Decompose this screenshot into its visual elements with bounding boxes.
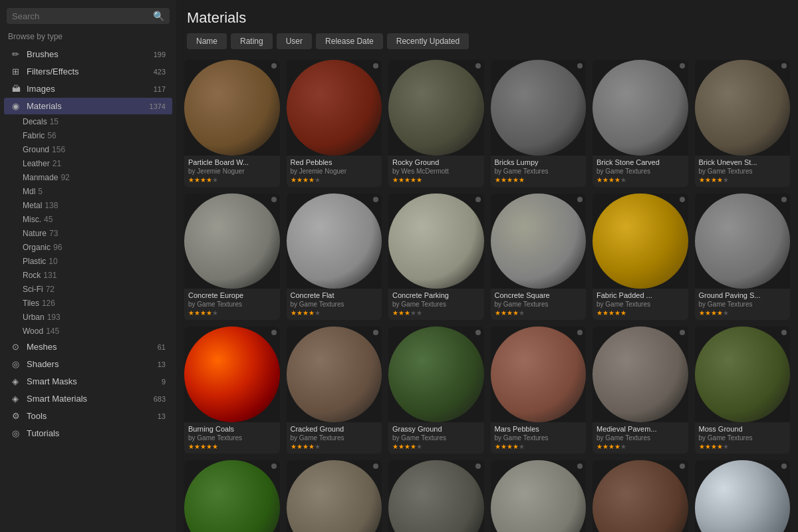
sort-btn-release-date[interactable]: Release Date [316,33,383,49]
card-sphere-wrap [388,327,484,422]
sidebar-item-tutorials[interactable]: ◎ Tutorials [4,425,172,442]
material-card[interactable]: Ground Paving S... by Game Textures ★★★★… [695,194,791,321]
material-card[interactable]: Mars Pebbles by Game Textures ★★★★★ [491,327,587,454]
material-card[interactable]: Concrete Europe by Game Textures ★★★★★ [184,194,280,321]
card-stars: ★★★★★ [188,176,276,184]
star-full: ★ [297,443,303,450]
star-full: ★ [705,443,711,450]
material-card[interactable]: Red Pebbles by Jeremie Noguer ★★★★★ [287,60,382,187]
sort-btn-recently-updated[interactable]: Recently Updated [387,33,469,49]
sub-item-sci-fi[interactable]: Sci-Fi72 [4,283,172,296]
card-sphere-wrap [491,460,587,533]
card-sphere [287,460,382,533]
sidebar-icon-smart-materials: ◈ [12,394,23,404]
card-stars: ★★★★★ [597,443,684,450]
sub-item-plastic[interactable]: Plastic10 [4,255,172,268]
sub-item-rock[interactable]: Rock131 [4,269,172,282]
sub-item-mdl[interactable]: Mdl5 [4,185,172,198]
star-full: ★ [513,176,519,184]
material-card[interactable]: Concrete Parking by Game Textures ★★★★★ [388,194,484,321]
sub-item-metal[interactable]: Metal138 [4,199,172,212]
sub-item-urban[interactable]: Urban193 [4,311,172,324]
material-card[interactable]: Fabric Padded ... by Game Textures ★★★★★ [593,194,688,321]
star-empty: ★ [315,309,321,317]
star-empty: ★ [723,309,729,317]
card-sphere-wrap [184,194,280,289]
sub-item-label: Sci-Fi [23,285,43,294]
card-sphere-wrap [184,460,280,533]
material-card[interactable]: Concrete Square by Game Textures ★★★★★ [491,194,587,321]
sidebar-item-images[interactable]: 🏔 Images 117 [4,80,172,97]
card-name: Mars Pebbles [495,425,583,433]
material-card[interactable]: Burning Coals by Game Textures ★★★★★ [184,327,280,454]
sidebar-item-shaders[interactable]: ◎ Shaders 13 [4,356,172,372]
browse-label: Browse by type [0,31,176,45]
sub-item-label: Tiles [23,299,39,308]
star-empty: ★ [723,176,729,184]
star-full: ★ [507,309,513,317]
material-card[interactable]: Seattle Beach by Game Textures ★★★★★ [491,460,587,533]
card-sphere [491,327,587,422]
sub-item-count: 156 [52,145,65,154]
sub-item-wood[interactable]: Wood145 [4,325,172,338]
material-card[interactable]: Grassy Ground by Game Textures ★★★★★ [388,327,484,454]
card-sphere [593,60,688,156]
card-stars: ★★★★★ [597,176,684,184]
sidebar-label-tutorials: Tutorials [27,428,163,438]
material-card[interactable]: Brick Uneven St... by Game Textures ★★★★… [695,60,791,187]
sub-item-organic[interactable]: Organic96 [4,241,172,254]
sort-btn-rating[interactable]: Rating [231,33,273,49]
material-card[interactable]: Particle Board W... by Jeremie Noguer ★★… [184,60,280,187]
star-full: ★ [194,443,200,450]
sub-item-nature[interactable]: Nature73 [4,227,172,240]
star-full: ★ [392,309,398,317]
sidebar-item-smart-materials[interactable]: ◈ Smart Materials 683 [4,390,172,407]
material-card[interactable]: Concrete Flat by Game Textures ★★★★★ [287,194,382,321]
sub-item-ground[interactable]: Ground156 [4,143,172,156]
sidebar-item-tools[interactable]: ⚙ Tools 13 [4,408,172,424]
card-sphere [388,60,484,156]
sidebar-item-smart-masks[interactable]: ◈ Smart Masks 9 [4,373,172,390]
card-author: by Game Textures [597,301,684,308]
material-card[interactable]: Bright Moss by Game Textures ★★★★★ [184,460,280,533]
material-card[interactable]: Aircraft Rusty M... by Game Textures ★★★… [593,460,688,533]
sub-item-tiles[interactable]: Tiles126 [4,297,172,310]
card-info: Concrete Europe by Game Textures ★★★★★ [184,289,280,320]
sidebar-item-brushes[interactable]: ✏ Brushes 199 [4,46,172,63]
material-card[interactable]: Rock Face by Game Textures ★★★★★ [388,460,484,533]
card-sphere [491,460,587,533]
card-sphere-wrap [184,327,280,422]
sidebar-item-meshes[interactable]: ⊙ Meshes 61 [4,338,172,355]
material-card[interactable]: Brick Stone Carved by Game Textures ★★★★… [593,60,688,187]
material-card[interactable]: Medieval Pavem... by Game Textures ★★★★★ [593,327,688,454]
card-author: by Game Textures [699,301,787,308]
card-author: by Game Textures [699,168,787,175]
search-input[interactable] [12,11,153,21]
sub-item-decals[interactable]: Decals15 [4,115,172,128]
star-full: ★ [717,309,723,317]
material-card[interactable]: Moss Ground by Game Textures ★★★★★ [695,327,791,454]
sub-items-materials: Decals15Fabric56Ground156Leather21Manmad… [0,115,176,338]
search-bar[interactable]: 🔍 [7,8,170,24]
sub-item-misc.[interactable]: Misc.45 [4,213,172,226]
card-info: Brick Uneven St... by Game Textures ★★★★… [695,156,791,187]
star-half: ★ [206,176,212,184]
sort-btn-user[interactable]: User [277,33,312,49]
card-author: by Game Textures [495,434,583,442]
sidebar-item-materials[interactable]: ◉ Materials 1374 [4,98,172,114]
sidebar-icon-tutorials: ◎ [12,428,23,438]
material-card[interactable]: Piled Stones by Game Textures ★★★★★ [287,460,382,533]
sub-item-manmade[interactable]: Manmade92 [4,171,172,184]
sidebar-item-filters[interactable]: ⊞ Filters/Effects 423 [4,63,172,80]
card-info: Medieval Pavem... by Game Textures ★★★★★ [593,422,688,454]
card-sphere [593,327,688,422]
material-card[interactable]: Aluminum Direct... by Game Textures ★★★★… [695,460,791,533]
sort-btn-name[interactable]: Name [187,33,227,49]
material-card[interactable]: Rocky Ground by Wes McDermott ★★★★★ [388,60,484,187]
sub-item-count: 145 [46,327,59,336]
sub-item-leather[interactable]: Leather21 [4,157,172,170]
material-card[interactable]: Cracked Ground by Game Textures ★★★★★ [287,327,382,454]
material-card[interactable]: Bricks Lumpy by Game Textures ★★★★★ [491,60,587,187]
card-info: Brick Stone Carved by Game Textures ★★★★… [593,156,688,187]
sub-item-fabric[interactable]: Fabric56 [4,129,172,142]
